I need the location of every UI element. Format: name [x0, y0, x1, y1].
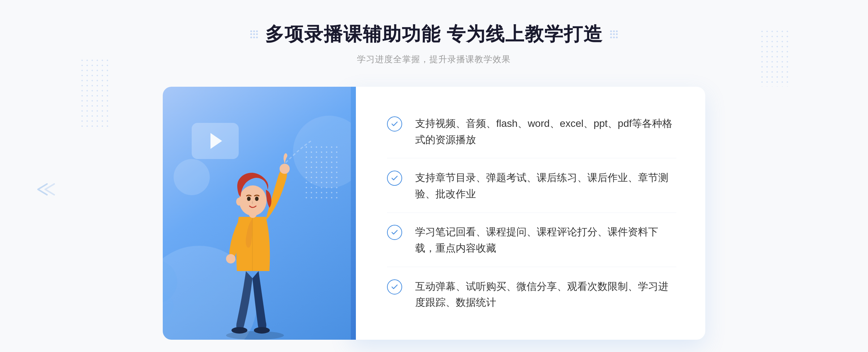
page-container: 多项录播课辅助功能 专为线上教学打造 学习进度全掌握，提升录播课教学效果 [0, 0, 868, 352]
feature-item-4: 互动弹幕、试听购买、微信分享、观看次数限制、学习进度跟踪、数据统计 [387, 269, 676, 321]
person-illustration [199, 137, 315, 340]
svg-point-3 [280, 164, 290, 174]
blue-bar-decoration [351, 87, 356, 340]
svg-point-6 [239, 185, 267, 216]
svg-point-2 [254, 327, 270, 334]
content-panel: 支持视频、音频、flash、word、excel、ppt、pdf等各种格式的资源… [351, 87, 705, 340]
page-title: 多项录播课辅助功能 专为线上教学打造 [265, 22, 603, 47]
feature-text-1: 支持视频、音频、flash、word、excel、ppt、pdf等各种格式的资源… [415, 116, 676, 148]
svg-point-8 [255, 197, 259, 201]
svg-point-1 [231, 327, 247, 334]
feature-item-3: 学习笔记回看、课程提问、课程评论打分、课件资料下载，重点内容收藏 [387, 214, 676, 267]
check-icon-2 [387, 171, 402, 186]
header-dots-left-icon [249, 30, 259, 38]
header-section: 多项录播课辅助功能 专为线上教学打造 学习进度全掌握，提升录播课教学效果 [249, 22, 619, 65]
header-dots-right-icon [609, 30, 619, 38]
decorative-dots-right [760, 29, 788, 87]
svg-point-7 [247, 197, 251, 201]
main-content: 支持视频、音频、flash、word、excel、ppt、pdf等各种格式的资源… [163, 87, 705, 340]
arrow-left-decoration [36, 181, 58, 201]
illustration-panel [163, 87, 351, 340]
feature-text-4: 互动弹幕、试听购买、微信分享、观看次数限制、学习进度跟踪、数据统计 [415, 279, 676, 311]
feature-text-3: 学习笔记回看、课程提问、课程评论打分、课件资料下载，重点内容收藏 [415, 224, 676, 257]
svg-point-9 [236, 198, 242, 206]
feature-item-2: 支持章节目录、弹题考试、课后练习、课后作业、章节测验、批改作业 [387, 160, 676, 213]
page-subtitle: 学习进度全掌握，提升录播课教学效果 [249, 53, 619, 65]
feature-text-2: 支持章节目录、弹题考试、课后练习、课后作业、章节测验、批改作业 [415, 170, 676, 202]
check-icon-4 [387, 279, 402, 295]
check-icon-1 [387, 116, 402, 132]
feature-item-1: 支持视频、音频、flash、word、excel、ppt、pdf等各种格式的资源… [387, 106, 676, 159]
check-icon-3 [387, 225, 402, 240]
decorative-dots-left [80, 58, 109, 130]
svg-point-4 [226, 254, 235, 263]
